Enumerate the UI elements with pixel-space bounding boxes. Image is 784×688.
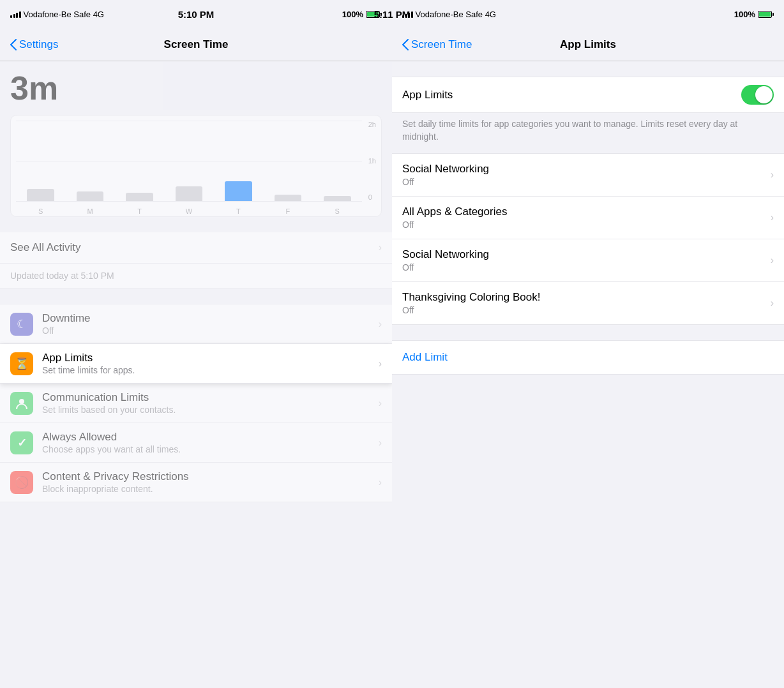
right-status-bar: Vodafone-Be Safe 4G 5:11 PM 100% xyxy=(392,0,784,28)
right-nav-bar: Screen Time App Limits xyxy=(392,28,784,61)
chart-bar-2 xyxy=(126,193,153,201)
updated-text: Updated today at 5:10 PM xyxy=(10,271,114,281)
chart-bar-col-0 xyxy=(16,121,65,201)
downtime-text: Downtime Off xyxy=(42,312,373,336)
limit-thanksgiving-title: Thanksgiving Coloring Book! xyxy=(402,291,765,304)
limit-social-networking-2-title: Social Networking xyxy=(402,248,765,261)
right-nav-title: App Limits xyxy=(560,38,616,51)
left-nav-title: Screen Time xyxy=(164,38,229,51)
chart-day-t2: T xyxy=(214,207,263,215)
always-allowed-item[interactable]: ✓ Always Allowed Choose apps you want at… xyxy=(0,423,392,463)
chart-day-m: M xyxy=(65,207,114,215)
left-menu-list: ☾ Downtime Off › ⏳ App Limits Set time l… xyxy=(0,304,392,502)
always-allowed-chevron-icon: › xyxy=(379,437,382,449)
limit-social-networking-1-text: Social Networking Off xyxy=(402,163,765,187)
right-back-label: Screen Time xyxy=(411,38,472,51)
chart-bar-col-1 xyxy=(65,121,114,201)
always-allowed-subtitle: Choose apps you want at all times. xyxy=(42,444,373,454)
toggle-knob xyxy=(755,86,773,103)
left-battery-pct: 100% xyxy=(342,10,363,19)
limit-thanksgiving-text: Thanksgiving Coloring Book! Off xyxy=(402,291,765,315)
limit-social-networking-2-chevron-icon: › xyxy=(771,255,774,266)
checkmark-symbol: ✓ xyxy=(17,436,27,450)
limit-all-apps-title: All Apps & Categories xyxy=(402,206,765,218)
chart-bar-5 xyxy=(275,195,302,201)
limit-social-networking-1[interactable]: Social Networking Off › xyxy=(392,153,784,197)
see-all-activity-row[interactable]: See All Activity › xyxy=(0,232,392,264)
right-battery-info: 100% xyxy=(734,10,774,19)
downtime-item[interactable]: ☾ Downtime Off › xyxy=(0,304,392,344)
communication-chevron-icon: › xyxy=(379,398,382,409)
always-allowed-title: Always Allowed xyxy=(42,431,373,444)
chart-bar-0 xyxy=(27,189,54,201)
left-status-bar: Vodafone-Be Safe 4G 5:10 PM 100% xyxy=(0,0,392,28)
content-privacy-item[interactable]: 🚫 Content & Privacy Restrictions Block i… xyxy=(0,463,392,502)
communication-limits-item[interactable]: Communication Limits Set limits based on… xyxy=(0,384,392,423)
downtime-chevron-icon: › xyxy=(379,318,382,330)
limit-social-networking-2-text: Social Networking Off xyxy=(402,248,765,273)
chart-bar-col-6 xyxy=(313,121,362,201)
limit-thanksgiving-chevron-icon: › xyxy=(771,297,774,309)
app-limits-chevron-icon: › xyxy=(379,358,382,370)
chart-container: 2h 1h 0 xyxy=(0,110,392,217)
chart-day-s2: S xyxy=(313,207,362,215)
always-allowed-icon: ✓ xyxy=(10,431,33,454)
limit-all-apps[interactable]: All Apps & Categories Off › xyxy=(392,197,784,239)
right-battery-pct: 100% xyxy=(734,10,755,19)
app-limits-icon: ⏳ xyxy=(10,352,33,375)
limit-social-networking-2[interactable]: Social Networking Off › xyxy=(392,239,784,282)
limit-all-apps-chevron-icon: › xyxy=(771,212,774,223)
signal-bar-3 xyxy=(16,13,18,18)
chart-bar-6 xyxy=(324,196,351,201)
limit-social-networking-1-subtitle: Off xyxy=(402,177,765,187)
right-scroll-content: App Limits Set daily time limits for app… xyxy=(392,61,784,688)
right-back-button[interactable]: Screen Time xyxy=(402,38,472,51)
right-battery-icon xyxy=(758,11,774,18)
signal-bar-1 xyxy=(10,15,12,18)
communication-limits-title: Communication Limits xyxy=(42,391,373,404)
downtime-symbol: ☾ xyxy=(17,317,27,331)
see-all-chevron-icon: › xyxy=(379,242,382,253)
left-carrier-text: Vodafone-Be Safe 4G xyxy=(24,10,104,19)
limit-social-networking-1-chevron-icon: › xyxy=(771,169,774,181)
app-limits-subtitle: Set time limits for apps. xyxy=(42,365,373,375)
app-limits-description: Set daily time limits for app categories… xyxy=(392,113,784,153)
limit-all-apps-text: All Apps & Categories Off xyxy=(402,206,765,230)
limit-thanksgiving-subtitle: Off xyxy=(402,305,765,315)
chart-bar-1 xyxy=(77,191,104,201)
left-back-button[interactable]: Settings xyxy=(10,38,58,51)
communication-limits-subtitle: Set limits based on your contacts. xyxy=(42,405,373,415)
downtime-subtitle: Off xyxy=(42,325,373,336)
no-symbol: 🚫 xyxy=(15,475,29,490)
limit-thanksgiving[interactable]: Thanksgiving Coloring Book! Off › xyxy=(392,282,784,325)
chart-area: 2h 1h 0 xyxy=(10,115,382,217)
r-signal-bar-4 xyxy=(411,11,413,18)
app-limits-toggle-switch[interactable] xyxy=(741,85,774,105)
chart-bar-col-2 xyxy=(115,121,164,201)
chart-bars xyxy=(16,121,362,201)
chart-label-0: 0 xyxy=(368,193,376,201)
chart-bar-col-4 xyxy=(214,121,263,201)
see-all-activity-text: See All Activity xyxy=(10,241,379,254)
chart-label-2h: 2h xyxy=(368,121,376,128)
app-limits-symbol: ⏳ xyxy=(15,357,29,371)
app-limits-title: App Limits xyxy=(42,352,373,364)
chart-bar-col-5 xyxy=(263,121,312,201)
svg-point-0 xyxy=(19,399,24,404)
communication-limits-icon xyxy=(10,392,33,415)
person-icon xyxy=(15,396,29,410)
app-limits-toggle-label: App Limits xyxy=(402,89,741,101)
limit-all-apps-subtitle: Off xyxy=(402,220,765,230)
add-limit-button[interactable]: Add Limit xyxy=(402,351,448,363)
updated-row: Updated today at 5:10 PM xyxy=(0,264,392,288)
app-limits-item[interactable]: ⏳ App Limits Set time limits for apps. › xyxy=(0,344,392,384)
right-carrier-info: Vodafone-Be Safe 4G xyxy=(402,10,496,19)
chart-day-w: W xyxy=(164,207,213,215)
right-back-chevron-icon xyxy=(402,39,409,50)
chart-days: S M T W T F S xyxy=(16,207,362,215)
downtime-title: Downtime xyxy=(42,312,373,325)
right-time: 5:11 PM xyxy=(392,9,410,20)
see-all-section: See All Activity › Updated today at 5:10… xyxy=(0,232,392,288)
chart-bar-col-3 xyxy=(164,121,213,201)
communication-limits-text: Communication Limits Set limits based on… xyxy=(42,391,373,415)
